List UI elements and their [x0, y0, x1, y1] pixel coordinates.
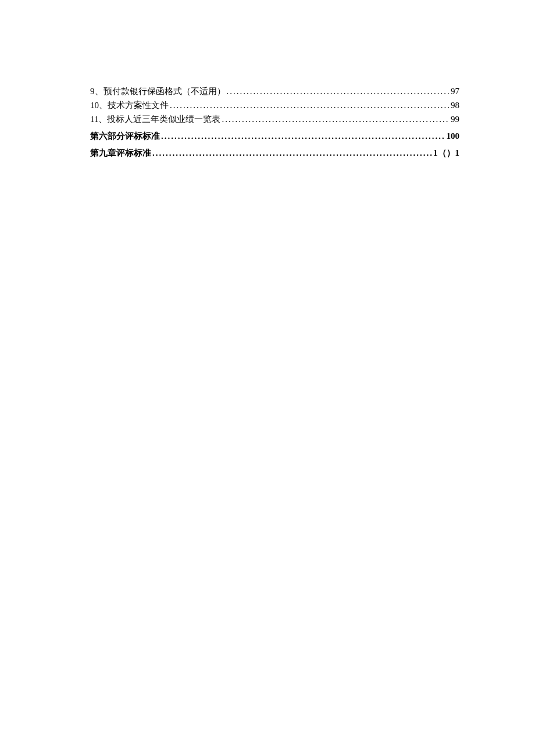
toc-section-entry: 第六部分评标标准 100 — [90, 131, 459, 142]
toc-section-label: 第九章评标标准 — [90, 148, 151, 159]
toc-section-page: 100 — [447, 131, 460, 141]
toc-dots — [222, 114, 450, 124]
toc-dots — [161, 131, 445, 141]
toc-label: 10、技术方案性文件 — [90, 100, 169, 111]
toc-label: 11、投标人近三年类似业绩一览表 — [90, 114, 220, 125]
toc-page: 97 — [451, 87, 459, 96]
toc-entry: 9、预付款银行保函格式（不适用） 97 — [90, 86, 459, 97]
toc-entry: 10、技术方案性文件 98 — [90, 100, 459, 111]
toc-page: 99 — [451, 114, 459, 124]
toc-entry: 11、投标人近三年类似业绩一览表 99 — [90, 114, 459, 125]
toc-dots — [227, 87, 450, 96]
toc-dots — [152, 148, 432, 158]
toc-section-entry: 第九章评标标准 1（）1 — [90, 148, 459, 159]
toc-label: 9、预付款银行保函格式（不适用） — [90, 86, 226, 97]
toc-page: 98 — [451, 101, 459, 110]
toc-dots — [170, 101, 450, 110]
table-of-contents: 9、预付款银行保函格式（不适用） 97 10、技术方案性文件 98 11、投标人… — [90, 86, 459, 159]
toc-section-label: 第六部分评标标准 — [90, 131, 160, 142]
toc-section-page: 1（）1 — [433, 148, 459, 159]
